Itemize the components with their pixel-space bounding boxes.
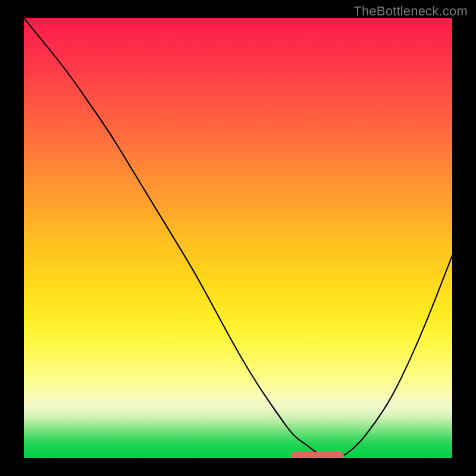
bottleneck-curve xyxy=(24,18,452,458)
chart-frame: TheBottleneck.com xyxy=(0,0,476,476)
watermark-text: TheBottleneck.com xyxy=(353,4,468,19)
chart-svg xyxy=(24,18,452,458)
plot-area xyxy=(24,18,452,458)
